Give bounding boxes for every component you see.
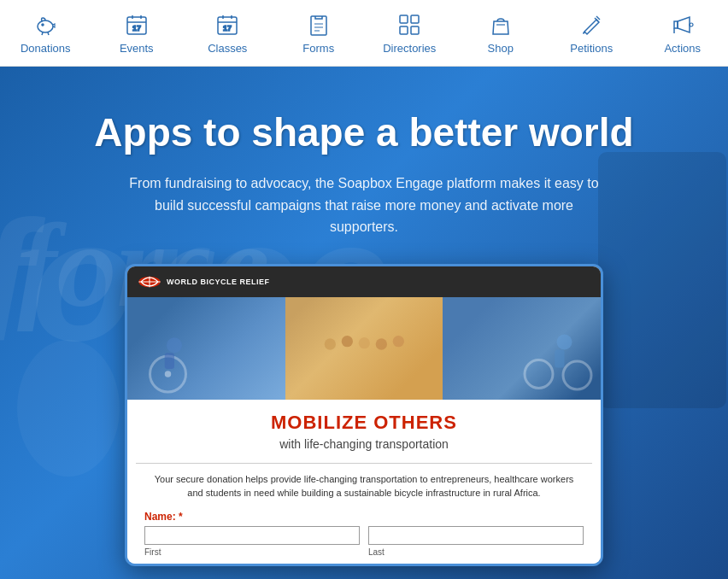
svg-point-27 [557,334,572,349]
svg-point-0 [38,20,53,32]
org-name-text: WORLD BICYCLE RELIEF [167,278,270,286]
form-name-row: Name: * First Last [127,511,601,564]
svg-rect-28 [555,349,564,367]
megaphone-icon [669,11,696,38]
form-divider [136,463,592,464]
form-hero-image [127,297,601,400]
nav-label-forms: Forms [302,42,334,55]
first-name-group: First [144,526,360,557]
svg-rect-7 [400,15,408,23]
nav-label-events: Events [120,42,154,55]
calendar-events-icon: 17 [123,11,150,38]
calendar-classes-icon: 17 [214,11,241,38]
nav-item-petitions[interactable]: Petitions [557,11,625,55]
name-label: Name: * [144,511,584,523]
mobilize-title: MOBILIZE OTHERS [144,412,584,434]
last-name-group: Last [368,526,584,557]
hero-title: Apps to shape a better world [94,109,633,155]
shop-bag-icon [487,11,514,38]
form-preview-card: WORLD BICYCLE RELIEF [125,264,603,566]
svg-rect-10 [411,26,419,34]
org-logo: WORLD BICYCLE RELIEF [138,273,270,290]
svg-point-11 [690,23,693,26]
svg-rect-9 [400,26,408,34]
nav-label-petitions: Petitions [570,42,613,55]
svg-rect-14 [598,152,726,408]
nav-item-classes[interactable]: 17 Classes [193,11,261,55]
svg-point-1 [42,24,44,26]
form-mobilize-section: MOBILIZE OTHERS with life-changing trans… [127,400,601,463]
nav-label-directories: Directories [383,42,436,55]
svg-point-29 [525,360,553,388]
svg-point-23 [341,336,352,347]
first-name-caption: First [144,547,360,557]
nav-label-actions: Actions [664,42,701,55]
top-navigation: Donations 17 Events 17 Classes [0,0,728,67]
nav-item-events[interactable]: 17 Events [103,11,171,55]
nav-item-directories[interactable]: Directories [375,11,443,55]
nav-item-shop[interactable]: Shop [467,11,535,55]
browser-bar: WORLD BICYCLE RELIEF [127,266,601,297]
nav-item-actions[interactable]: Actions [649,11,717,55]
mobilize-subtitle: with life-changing transportation [144,437,584,451]
piggy-bank-icon [32,11,59,38]
svg-point-13 [17,340,120,477]
directories-icon [396,11,423,38]
hero-subtitle: From fundraising to advocacy, the Soapbo… [125,173,603,238]
nav-label-donations: Donations [21,42,71,55]
hero-section: force Apps to shape a better world From … [0,67,728,579]
svg-point-22 [324,338,335,349]
clipboard-icon [305,11,332,38]
svg-point-20 [167,337,182,353]
svg-text:17: 17 [223,24,232,32]
svg-point-26 [392,336,403,347]
form-description: Your secure donation helps provide life-… [127,472,601,500]
pencil-icon [578,11,605,38]
svg-rect-21 [165,353,174,369]
name-inputs-container: First Last [144,526,584,557]
last-name-input[interactable] [368,526,584,545]
nav-item-forms[interactable]: Forms [285,11,353,55]
svg-point-24 [358,337,369,348]
svg-rect-8 [411,15,419,23]
svg-text:17: 17 [132,24,141,32]
nav-item-donations[interactable]: Donations [11,11,79,55]
svg-point-30 [563,361,591,389]
nav-label-shop: Shop [488,42,514,55]
form-content: MOBILIZE OTHERS with life-changing trans… [127,297,601,564]
svg-point-19 [165,371,172,377]
first-name-input[interactable] [144,526,360,545]
last-name-caption: Last [368,547,584,557]
svg-point-25 [375,338,386,349]
nav-label-classes: Classes [208,42,247,55]
